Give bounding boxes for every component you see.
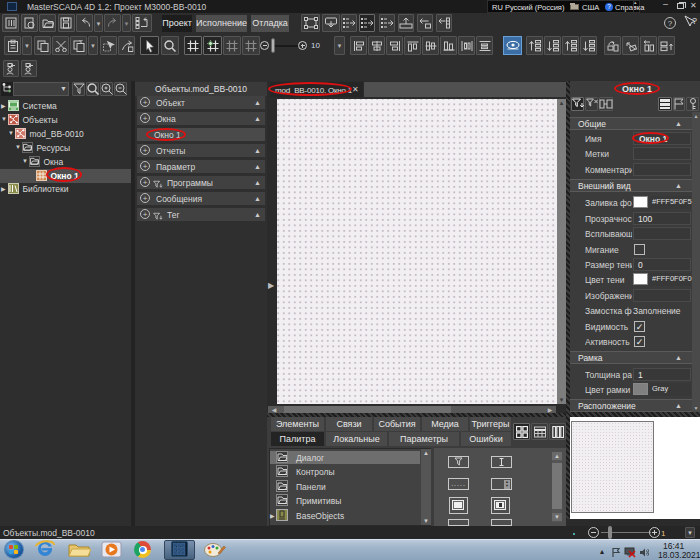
svg-text:?: ? bbox=[692, 16, 697, 26]
